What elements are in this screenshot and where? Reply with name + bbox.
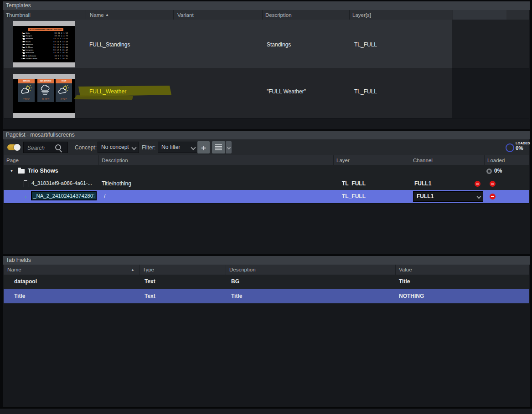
template-description: Standings [267,41,291,48]
search-icon [55,144,61,150]
template-name: FULL_Standings [89,41,130,48]
templates-col-name[interactable]: Name ▲ [90,10,109,20]
search-input[interactable] [26,143,58,153]
pagelist-panel-title: Pagelist - mosart/fullscreens [3,131,530,139]
pagelist-col-loaded[interactable]: Loaded [487,155,505,165]
sort-asc-icon: ▲ [105,13,109,17]
filter-label: Filter: [142,139,155,155]
templates-col-variant[interactable]: Variant [177,10,194,20]
templates-header-row: Thumbnail Name ▲ Variant Description Lay… [4,10,529,20]
tabfields-col-value[interactable]: Value [399,265,412,275]
template-description: "FULL Weather" [267,88,306,95]
channel-select[interactable]: FULL1 [413,191,483,202]
search-box [23,142,68,153]
chevron-down-icon [477,194,481,199]
folder-loaded-indicator [486,169,492,174]
remove-icon[interactable] [490,181,496,187]
concept-label: Concept: [75,139,97,155]
templates-col-layers[interactable]: Layer[s] [352,10,371,20]
autotake-toggle[interactable] [7,144,20,150]
chevron-down-icon [131,145,136,150]
chevron-down-icon [227,146,231,149]
weather-card: SAN ANTONIO 22.63°C [37,79,54,102]
tabfields-header-row: Name ▲ Type Description Value [4,265,529,275]
templates-col-thumbnail[interactable]: Thumbnail [6,10,31,20]
pagelist-col-channel[interactable]: Channel [413,155,433,165]
templates-panel: Templates Thumbnail Name ▲ Variant Descr… [3,1,530,129]
standings-mini-table: SCOTTISH PREMIER LEAGUE - 2022-2023 1Cel… [20,28,68,60]
folder-icon [18,169,25,174]
pagelist-col-description[interactable]: Description [102,155,128,165]
loaded-label: LOADED [516,141,530,145]
next-arrow-icon: → [21,192,28,199]
filter-select[interactable]: No filter [158,142,198,153]
templates-col-description[interactable]: Description [265,10,292,20]
weather-thumbnail[interactable]: BERGEN 7.38°C SAN ANTONIO 22.63°C VOMP [13,74,75,118]
list-icon [215,144,222,150]
tabfields-col-description[interactable]: Description [229,265,256,275]
template-layers: TL_FULL [354,88,377,95]
sun-cloud-icon [58,85,70,95]
remove-icon[interactable] [475,181,480,187]
page-icon [24,180,29,187]
tabfields-panel: Tab Fields Name ▲ Type Description Value… [3,256,530,407]
pagelist-toolbar: Concept: No concept Filter: No filter + … [4,139,529,155]
list-view-button[interactable] [212,141,225,153]
loaded-progress-ring [506,143,514,152]
tabfields-panel-title: Tab Fields [3,256,530,265]
pagelist-col-page[interactable]: Page [6,155,19,165]
folder-row-trio-shows[interactable]: ▾ Trio Shows 0% [4,165,529,178]
tabfield-row-selected[interactable]: Title Text Title NOTHING [4,289,529,303]
tabfields-col-type[interactable]: Type [143,265,154,275]
pagelist-col-layer[interactable]: Layer [336,155,350,165]
weather-card: BERGEN 7.38°C [18,79,35,102]
tabfield-row[interactable]: datapool Text BG Title [4,275,529,289]
template-layers: TL_FULL [354,41,377,48]
page-row[interactable]: 4_31831ef9-a086-4a61-... Title/nothing T… [4,178,529,190]
tabfields-col-name[interactable]: Name [7,265,21,275]
templates-panel-title: Templates [3,1,530,10]
page-name-input[interactable] [31,191,97,200]
list-view-menu-button[interactable] [226,141,232,153]
sort-asc-icon: ▲ [131,265,134,275]
fog-cloud-icon [40,85,52,95]
expander-icon[interactable]: ▾ [10,168,13,173]
chevron-down-icon [191,145,196,150]
templates-col-extra [453,10,506,20]
plus-icon: + [201,143,206,152]
remove-icon[interactable] [490,194,496,199]
pagelist-panel: Pagelist - mosart/fullscreens Concept: N… [3,131,530,254]
loaded-percent: 0% [516,145,523,151]
pagelist-header-row: Page Description Layer Channel Loaded [4,155,529,165]
template-name: FULL_Weather [89,88,126,95]
toggle-knob [14,144,21,151]
standings-thumbnail[interactable]: SCOTTISH PREMIER LEAGUE - 2022-2023 1Cel… [13,21,75,67]
page-row-selected[interactable]: → / TL_FULL FULL1 [4,190,529,203]
add-page-button[interactable]: + [197,141,210,153]
sun-cloud-icon [21,85,32,95]
concept-select[interactable]: No concept [98,142,139,153]
bottom-strip [0,408,532,414]
weather-card: VOMP 6.79°C [56,79,72,102]
